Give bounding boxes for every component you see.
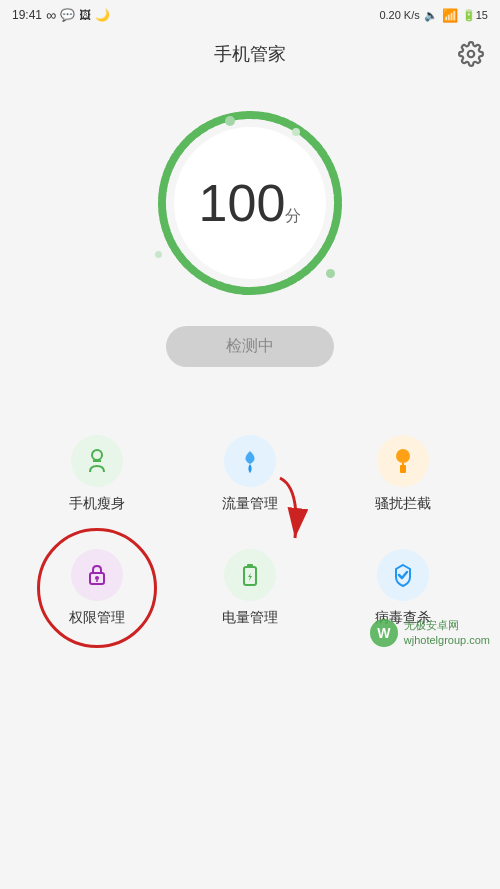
deco-dot-4 (155, 251, 162, 258)
score-display: 100分 (199, 177, 302, 229)
chat-icon: 💬 (60, 8, 75, 22)
status-right: 0.20 K/s 🔈 📶 🔋15 (379, 8, 488, 23)
detect-button-wrap: 检测中 (166, 326, 334, 367)
infinity-icon: ∞ (46, 7, 56, 23)
image-icon: 🖼 (79, 8, 91, 22)
grid-item-block[interactable]: 骚扰拦截 (327, 417, 480, 531)
grid-item-perm[interactable]: 权限管理 (20, 531, 173, 645)
score-unit: 分 (285, 207, 301, 224)
slim-icon (71, 435, 123, 487)
perm-label: 权限管理 (69, 609, 125, 627)
deco-dot-3 (326, 269, 335, 278)
svg-rect-7 (400, 465, 406, 473)
status-bar: 19:41 ∞ 💬 🖼 🌙 0.20 K/s 🔈 📶 🔋15 (0, 0, 500, 30)
moon-icon: 🌙 (95, 8, 110, 22)
watermark: W 无极安卓网 wjhotelgroup.com (370, 618, 490, 647)
svg-point-4 (92, 450, 102, 460)
status-left: 19:41 ∞ 💬 🖼 🌙 (12, 7, 110, 23)
power-label: 电量管理 (222, 609, 278, 627)
top-bar: 手机管家 (0, 30, 500, 78)
deco-dot-1 (225, 116, 235, 126)
time: 19:41 (12, 8, 42, 22)
score-value: 100 (199, 174, 286, 232)
settings-button[interactable] (458, 41, 484, 67)
detect-button[interactable]: 检测中 (166, 326, 334, 367)
svg-point-6 (396, 449, 410, 463)
watermark-logo: W (370, 619, 398, 647)
perm-icon (71, 549, 123, 601)
main-content: 100分 检测中 手机瘦身 (0, 78, 500, 655)
grid-item-flow[interactable]: 流量管理 (173, 417, 326, 531)
watermark-text: 无极安卓网 wjhotelgroup.com (404, 618, 490, 647)
svg-point-0 (468, 51, 475, 58)
grid-item-power[interactable]: 电量管理 (173, 531, 326, 645)
signal-icon: 📶 (442, 8, 458, 23)
page-title: 手机管家 (214, 42, 286, 66)
volume-icon: 🔈 (424, 9, 438, 22)
svg-point-10 (95, 576, 99, 580)
block-label: 骚扰拦截 (375, 495, 431, 513)
grid-item-slim[interactable]: 手机瘦身 (20, 417, 173, 531)
power-icon (224, 549, 276, 601)
flow-icon (224, 435, 276, 487)
score-section: 100分 检测中 (0, 78, 500, 387)
svg-rect-13 (247, 564, 253, 567)
slim-label: 手机瘦身 (69, 495, 125, 513)
battery-icon: 🔋15 (462, 9, 488, 22)
virus-icon (377, 549, 429, 601)
network-speed: 0.20 K/s (379, 9, 419, 21)
flow-label: 流量管理 (222, 495, 278, 513)
deco-dot-2 (292, 128, 300, 136)
block-icon (377, 435, 429, 487)
feature-grid: 手机瘦身 流量管理 骚扰拦截 (0, 397, 500, 655)
